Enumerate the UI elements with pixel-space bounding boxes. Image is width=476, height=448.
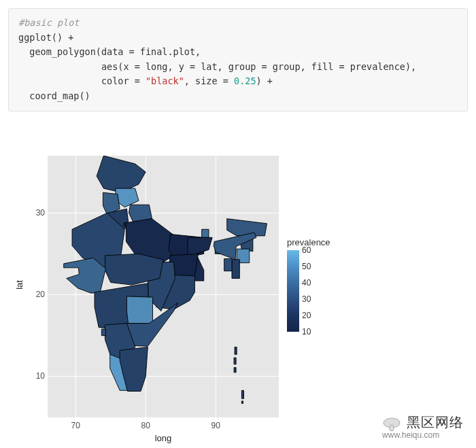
legend: prevalence 605040302010 xyxy=(287,237,330,332)
watermark-sub: www.heiqu.com xyxy=(382,430,464,440)
choropleth-plot: lat long prevalence 605040302010 1020307… xyxy=(8,149,362,441)
map-canvas xyxy=(48,156,279,417)
state-polygon xyxy=(224,258,232,271)
state-polygon xyxy=(227,218,267,235)
watermark: 黑区网络 www.heiqu.com xyxy=(382,413,464,440)
state-polygon xyxy=(126,296,152,324)
state-polygon xyxy=(97,156,146,192)
state-polygon xyxy=(101,329,105,336)
legend-tick-label: 30 xyxy=(302,294,311,304)
code-line: ggplot() + xyxy=(18,32,73,43)
state-polygon xyxy=(234,367,236,372)
code-line: geom_polygon(data = final.plot, xyxy=(18,46,201,57)
mushroom-icon xyxy=(382,417,401,432)
code-line: coord_map() xyxy=(18,90,90,101)
legend-tick-label: 20 xyxy=(302,311,311,320)
x-axis-title: long xyxy=(155,433,172,443)
state-polygon xyxy=(202,229,209,237)
legend-tick-label: 50 xyxy=(302,262,311,271)
code-block: #basic plot ggplot() + geom_polygon(data… xyxy=(8,8,468,111)
legend-colorbar: 605040302010 xyxy=(287,250,299,332)
code-line: color = "black", size = 0.25) + xyxy=(18,75,273,86)
y-axis-title: lat xyxy=(14,280,24,290)
legend-tick-label: 10 xyxy=(302,327,311,337)
x-tick-label: 90 xyxy=(211,421,220,430)
watermark-title: 黑区网络 xyxy=(407,415,464,430)
code-comment: #basic plot xyxy=(18,17,79,28)
x-tick-label: 70 xyxy=(71,421,80,430)
y-tick-label: 10 xyxy=(29,371,45,381)
state-polygon xyxy=(235,347,237,354)
x-tick-label: 80 xyxy=(141,421,150,430)
state-polygon xyxy=(241,401,243,404)
state-polygon xyxy=(241,390,243,398)
y-tick-label: 20 xyxy=(29,290,45,299)
code-line: aes(x = long, y = lat, group = group, fi… xyxy=(18,61,416,72)
legend-tick-label: 60 xyxy=(302,245,311,255)
state-polygon xyxy=(64,258,106,293)
state-polygon xyxy=(232,259,239,278)
legend-tick-label: 40 xyxy=(302,278,311,288)
y-tick-label: 30 xyxy=(29,208,45,218)
state-polygon xyxy=(234,358,236,364)
